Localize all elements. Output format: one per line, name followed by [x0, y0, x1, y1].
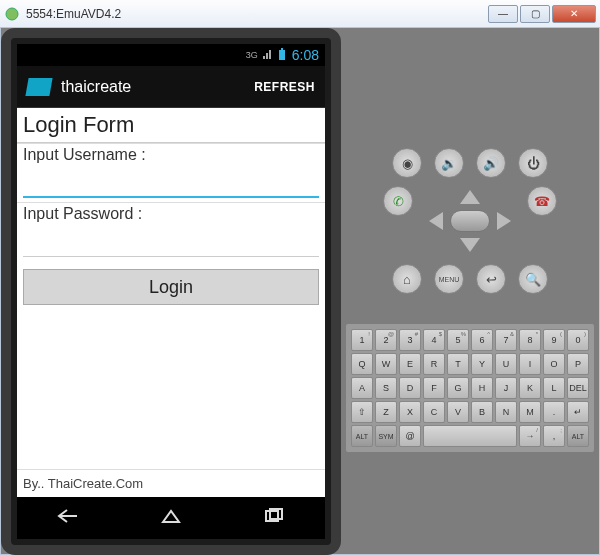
key-→[interactable]: →/	[519, 425, 541, 447]
key-⇧[interactable]: ⇧	[351, 401, 373, 423]
key-N[interactable]: N	[495, 401, 517, 423]
key-T[interactable]: T	[447, 353, 469, 375]
hw-end-call-button[interactable]: ☎	[527, 186, 557, 216]
login-button[interactable]: Login	[23, 269, 319, 305]
window-close-button[interactable]: ✕	[552, 5, 596, 23]
dpad-left-button[interactable]	[429, 212, 443, 230]
key-↵[interactable]: ↵	[567, 401, 589, 423]
key-O[interactable]: O	[543, 353, 565, 375]
key-A[interactable]: A	[351, 377, 373, 399]
username-label: Input Username :	[17, 143, 325, 166]
key-6[interactable]: 6^	[471, 329, 493, 351]
emulator-side-panel: ◉ 🔉 🔊 ⏻ ✆ ☎ ⌂ MENU ↩ 🔍	[341, 28, 599, 554]
form-title: Login Form	[17, 108, 325, 143]
svg-point-0	[6, 8, 18, 20]
hardware-controls: ◉ 🔉 🔊 ⏻ ✆ ☎ ⌂ MENU ↩ 🔍	[360, 148, 580, 294]
app-bar: thaicreate REFRESH	[17, 66, 325, 108]
window-minimize-button[interactable]: —	[488, 5, 518, 23]
key-@[interactable]: @	[399, 425, 421, 447]
key-V[interactable]: V	[447, 401, 469, 423]
key-Q[interactable]: Q	[351, 353, 373, 375]
device-screen: 3G 6:08 thaicreate REFRESH Login Form In…	[17, 44, 325, 497]
key-ALT[interactable]: ALT	[567, 425, 589, 447]
key-L[interactable]: L	[543, 377, 565, 399]
key-.[interactable]: .	[543, 401, 565, 423]
key-R[interactable]: R	[423, 353, 445, 375]
svg-rect-1	[279, 50, 285, 60]
key-,[interactable]: ,;	[543, 425, 565, 447]
dpad-center-button[interactable]	[450, 210, 490, 232]
key-space[interactable]	[423, 425, 517, 447]
key-I[interactable]: I	[519, 353, 541, 375]
hw-search-button[interactable]: 🔍	[518, 264, 548, 294]
app-title: thaicreate	[61, 78, 254, 96]
key-H[interactable]: H	[471, 377, 493, 399]
key-B[interactable]: B	[471, 401, 493, 423]
key-9[interactable]: 9(	[543, 329, 565, 351]
hw-volume-up-button[interactable]: 🔊	[476, 148, 506, 178]
key-4[interactable]: 4$	[423, 329, 445, 351]
key-C[interactable]: C	[423, 401, 445, 423]
key-X[interactable]: X	[399, 401, 421, 423]
nav-bar	[17, 497, 325, 539]
emulator-area: 3G 6:08 thaicreate REFRESH Login Form In…	[0, 28, 600, 555]
key-P[interactable]: P	[567, 353, 589, 375]
key-J[interactable]: J	[495, 377, 517, 399]
key-M[interactable]: M	[519, 401, 541, 423]
key-DEL[interactable]: DEL	[567, 377, 589, 399]
key-ALT[interactable]: ALT	[351, 425, 373, 447]
hw-dpad	[425, 186, 515, 256]
password-input[interactable]	[23, 227, 319, 257]
key-7[interactable]: 7&	[495, 329, 517, 351]
key-3[interactable]: 3#	[399, 329, 421, 351]
network-label: 3G	[246, 50, 258, 60]
window-titlebar: 5554:EmuAVD4.2 — ▢ ✕	[0, 0, 600, 28]
key-D[interactable]: D	[399, 377, 421, 399]
nav-home-button[interactable]	[160, 508, 182, 529]
dpad-right-button[interactable]	[497, 212, 511, 230]
hw-home-button[interactable]: ⌂	[392, 264, 422, 294]
key-F[interactable]: F	[423, 377, 445, 399]
refresh-button[interactable]: REFRESH	[254, 80, 315, 94]
hw-call-button[interactable]: ✆	[383, 186, 413, 216]
hw-camera-button[interactable]: ◉	[392, 148, 422, 178]
nav-back-button[interactable]	[57, 508, 79, 529]
key-8[interactable]: 8*	[519, 329, 541, 351]
key-0[interactable]: 0)	[567, 329, 589, 351]
window-maximize-button[interactable]: ▢	[520, 5, 550, 23]
svg-rect-2	[281, 48, 283, 50]
key-E[interactable]: E	[399, 353, 421, 375]
window-title: 5554:EmuAVD4.2	[26, 7, 486, 21]
window-icon	[4, 6, 20, 22]
form-footer: By.. ThaiCreate.Com	[17, 469, 325, 497]
login-form: Login Form Input Username : Input Passwo…	[17, 108, 325, 497]
signal-icon	[262, 48, 274, 62]
key-W[interactable]: W	[375, 353, 397, 375]
dpad-up-button[interactable]	[460, 190, 480, 204]
key-S[interactable]: S	[375, 377, 397, 399]
password-label: Input Password :	[17, 202, 325, 225]
username-input[interactable]	[23, 168, 319, 198]
device-frame: 3G 6:08 thaicreate REFRESH Login Form In…	[1, 28, 341, 555]
key-Z[interactable]: Z	[375, 401, 397, 423]
key-2[interactable]: 2@	[375, 329, 397, 351]
hw-back-button[interactable]: ↩	[476, 264, 506, 294]
dpad-down-button[interactable]	[460, 238, 480, 252]
app-logo-icon	[25, 78, 52, 96]
key-Y[interactable]: Y	[471, 353, 493, 375]
key-K[interactable]: K	[519, 377, 541, 399]
hardware-keyboard: 1!2@3#4$5%6^7&8*9(0)QWERTYUIOPASDFGHJKLD…	[346, 324, 594, 452]
hw-volume-down-button[interactable]: 🔉	[434, 148, 464, 178]
status-bar: 3G 6:08	[17, 44, 325, 66]
hw-power-button[interactable]: ⏻	[518, 148, 548, 178]
status-time: 6:08	[292, 47, 319, 63]
battery-icon	[278, 48, 286, 62]
key-5[interactable]: 5%	[447, 329, 469, 351]
key-U[interactable]: U	[495, 353, 517, 375]
key-G[interactable]: G	[447, 377, 469, 399]
key-1[interactable]: 1!	[351, 329, 373, 351]
hw-menu-button[interactable]: MENU	[434, 264, 464, 294]
key-SYM[interactable]: SYM	[375, 425, 397, 447]
nav-recent-button[interactable]	[263, 508, 285, 529]
